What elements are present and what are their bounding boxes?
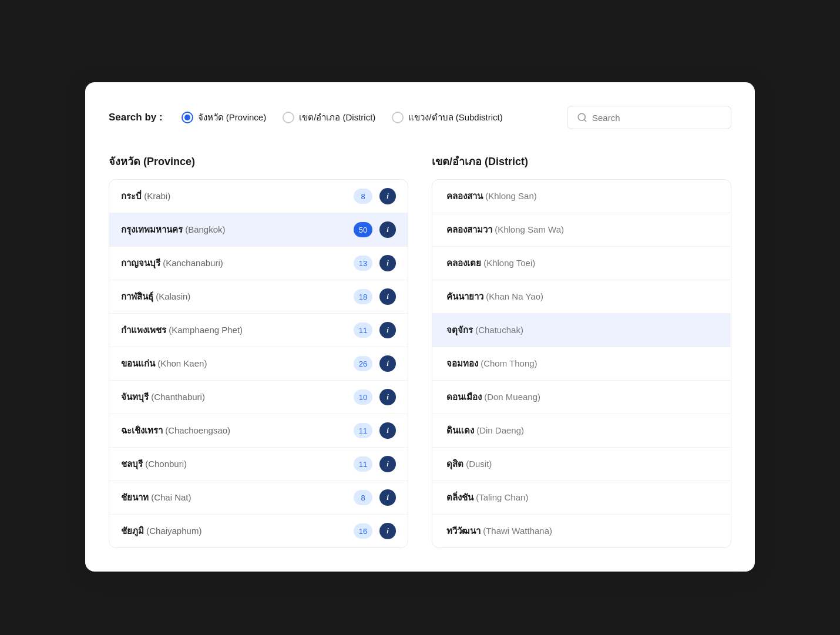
province-info-bangkok[interactable]: i — [379, 221, 396, 238]
district-item-dindaeng[interactable]: ดินแดง (Din Daeng) — [432, 414, 731, 448]
province-badge-chaiyaphum: 16 — [354, 523, 372, 539]
district-item-khlongtoei[interactable]: คลองเตย (Khlong Toei) — [432, 247, 731, 280]
province-column: จังหวัด (Province) กระบี่ (Krabi) 8 i กร… — [109, 153, 408, 548]
radio-option-province[interactable]: จังหวัด (Province) — [182, 110, 267, 125]
district-item-khlongsamwa[interactable]: คลองสามวา (Khlong Sam Wa) — [432, 213, 731, 247]
province-item-khonkaen[interactable]: ขอนแก่น (Khon Kaen) 26 i — [109, 347, 408, 381]
province-badge-chanthaburi: 10 — [354, 389, 372, 405]
province-badge-chainat: 8 — [354, 490, 372, 505]
province-item-kamphaengphet[interactable]: กำแพงเพชร (Kamphaeng Phet) 11 i — [109, 314, 408, 347]
district-item-khannayao[interactable]: คันนายาว (Khan Na Yao) — [432, 280, 731, 314]
radio-group: จังหวัด (Province) เขต/อำเภอ (District) … — [182, 110, 548, 125]
district-item-dusit[interactable]: ดุสิต (Dusit) — [432, 448, 731, 481]
province-info-chaiyaphum[interactable]: i — [379, 523, 396, 539]
district-item-thawivatthana[interactable]: ทวีวัฒนา (Thawi Watthana) — [432, 515, 731, 547]
province-info-kanchanaburi[interactable]: i — [379, 255, 396, 271]
province-badge-kanchanaburi: 13 — [354, 256, 372, 271]
province-list: กระบี่ (Krabi) 8 i กรุงเทพมหานคร (Bangko… — [109, 179, 408, 548]
radio-option-district[interactable]: เขต/อำเภอ (District) — [283, 110, 375, 125]
province-badge-khonkaen: 26 — [354, 356, 372, 371]
province-item-chaiyaphum[interactable]: ชัยภูมิ (Chaiyaphum) 16 i — [109, 515, 408, 547]
province-badge-bangkok: 50 — [354, 222, 372, 237]
province-item-chachoengsao[interactable]: ฉะเชิงเทรา (Chachoengsao) 11 i — [109, 414, 408, 448]
district-item-donmueang[interactable]: ดอนเมือง (Don Mueang) — [432, 381, 731, 414]
province-badge-kalasin: 18 — [354, 289, 372, 304]
province-item-chonburi[interactable]: ชลบุรี (Chonburi) 11 i — [109, 448, 408, 481]
province-info-chainat[interactable]: i — [379, 489, 396, 506]
province-info-chachoengsao[interactable]: i — [379, 422, 396, 439]
search-input[interactable] — [592, 113, 721, 123]
district-column: เขต/อำเภอ (District) คลองสาน (Khlong San… — [432, 153, 731, 548]
radio-circle-subdistrict — [392, 112, 404, 123]
search-input-wrapper — [567, 106, 731, 129]
radio-label-district: เขต/อำเภอ (District) — [299, 110, 375, 125]
district-item-talingchan[interactable]: ตลิ่งชัน (Taling Chan) — [432, 481, 731, 515]
search-by-label: Search by : — [109, 112, 163, 123]
columns-container: จังหวัด (Province) กระบี่ (Krabi) 8 i กร… — [109, 153, 731, 548]
province-item-chanthaburi[interactable]: จันทบุรี (Chanthaburi) 10 i — [109, 381, 408, 414]
province-item-bangkok[interactable]: กรุงเทพมหานคร (Bangkok) 50 i — [109, 213, 408, 247]
province-info-krabi[interactable]: i — [379, 188, 396, 204]
province-info-chanthaburi[interactable]: i — [379, 389, 396, 405]
province-column-title: จังหวัด (Province) — [109, 153, 408, 170]
district-column-title: เขต/อำเภอ (District) — [432, 153, 731, 170]
province-badge-kamphaengphet: 11 — [354, 322, 372, 338]
province-info-kalasin[interactable]: i — [379, 288, 396, 305]
district-item-chatuchak[interactable]: จตุจักร (Chatuchak) — [432, 314, 731, 347]
province-badge-chonburi: 11 — [354, 456, 372, 472]
radio-label-subdistrict: แขวง/ตำบล (Subdistrict) — [408, 110, 502, 125]
province-item-kalasin[interactable]: กาฬสินธุ์ (Kalasin) 18 i — [109, 280, 408, 314]
radio-label-province: จังหวัด (Province) — [198, 110, 267, 125]
province-item-kanchanaburi[interactable]: กาญจนบุรี (Kanchanaburi) 13 i — [109, 247, 408, 280]
province-info-khonkaen[interactable]: i — [379, 355, 396, 372]
province-item-chainat[interactable]: ชัยนาท (Chai Nat) 8 i — [109, 481, 408, 515]
province-info-chonburi[interactable]: i — [379, 456, 396, 472]
svg-line-1 — [584, 119, 586, 121]
search-icon — [577, 112, 587, 123]
radio-circle-district — [283, 112, 294, 123]
province-item-krabi[interactable]: กระบี่ (Krabi) 8 i — [109, 180, 408, 213]
province-badge-chachoengsao: 11 — [354, 423, 372, 438]
province-badge-krabi: 8 — [354, 189, 372, 204]
radio-option-subdistrict[interactable]: แขวง/ตำบล (Subdistrict) — [392, 110, 502, 125]
province-info-kamphaengphet[interactable]: i — [379, 322, 396, 338]
district-list: คลองสาน (Khlong San) คลองสามวา (Khlong S… — [432, 179, 731, 548]
district-item-chomthong[interactable]: จอมทอง (Chom Thong) — [432, 347, 731, 381]
district-item-khlongsan[interactable]: คลองสาน (Khlong San) — [432, 180, 731, 213]
search-bar-area: Search by : จังหวัด (Province) เขต/อำเภอ… — [109, 106, 731, 129]
radio-circle-province — [182, 112, 193, 123]
main-container: Search by : จังหวัด (Province) เขต/อำเภอ… — [85, 82, 755, 572]
